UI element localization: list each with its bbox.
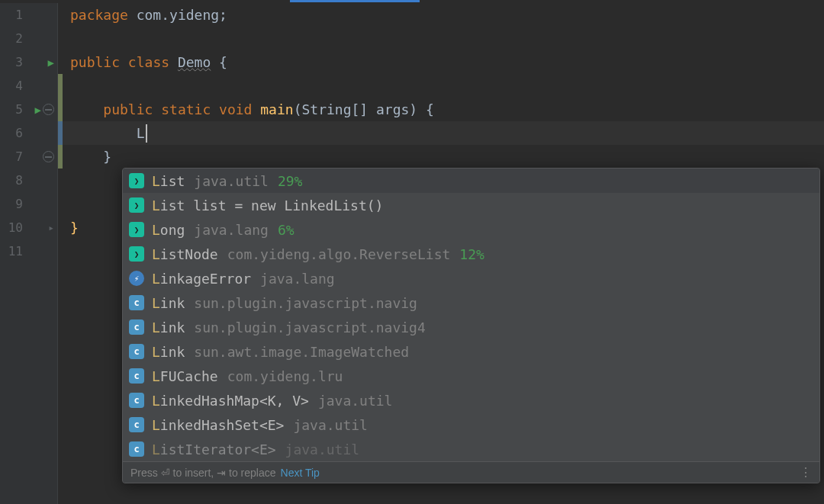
code-text: { [211,54,227,70]
completion-item[interactable]: ❯List list = new LinkedList() [123,193,819,217]
completion-label: List [152,173,185,189]
gutter-row[interactable]: 7 [0,145,57,169]
completion-package: com.yideng.algo.ReverseList [227,246,451,262]
typed-text: L [137,125,145,141]
line-number: 8 [0,173,23,188]
gutter-row[interactable]: 6 [0,121,57,145]
code-line[interactable]: public class Demo { [70,50,824,74]
suggestion-icon: ❯ [129,197,144,213]
line-number: 7 [0,149,23,164]
completion-package: sun.plugin.javascript.navig4 [194,319,425,335]
line-number: 3 [0,55,23,69]
gutter-row[interactable]: 2 [0,27,57,50]
class-icon: c [129,368,144,384]
line-number: 6 [0,126,23,140]
completion-label: ListNode [152,246,218,262]
indent [70,149,103,165]
completion-item[interactable]: cLinksun.plugin.javascript.navig [123,291,819,315]
completion-label: LFUCache [152,368,218,384]
class-icon: c [129,295,144,310]
code-line-current[interactable]: L [63,121,824,145]
completion-label: Link [152,295,185,311]
keyword: package [70,7,128,23]
completion-package: java.util [194,173,269,189]
gutter-row[interactable]: 8 [0,169,57,192]
completion-label: ListIterator<E> [152,441,276,457]
keyword: static [153,101,211,117]
class-icon: c [129,393,144,408]
completion-label: Long [152,222,185,238]
gutter-row[interactable]: 10▸ [0,216,57,239]
fold-icon[interactable] [43,104,54,115]
completion-relevance: 12% [459,246,484,262]
text-caret [146,124,147,143]
keyword: public [70,54,120,70]
suggestion-icon: ❯ [129,222,144,237]
completion-item[interactable]: ⚡LinkageErrorjava.lang [123,266,819,291]
gutter-icons [23,151,57,162]
code-line[interactable]: public static void main(String[] args) { [70,98,824,121]
keyword: void [211,101,260,117]
gutter-icons: ▸ [23,222,57,233]
completion-item[interactable]: cListIterator<E>java.util [123,437,819,461]
suggestion-icon: ❯ [129,173,144,188]
completion-item[interactable]: ❯Longjava.lang6% [123,217,819,242]
fold-icon[interactable]: ▸ [48,222,54,233]
popup-footer: Press ⏎ to insert, ⇥ to replace Next Tip… [123,461,819,483]
popup-hint: Press ⏎ to insert, ⇥ to replace [130,467,276,479]
line-number: 2 [0,31,23,46]
suggestion-icon: ❯ [129,246,144,262]
completion-package: java.util [318,393,393,409]
line-number: 5 [0,102,23,117]
active-tab-indicator [290,0,420,2]
line-number: 1 [0,8,23,22]
gutter-row[interactable]: 9 [0,192,57,216]
class-icon: c [129,319,144,335]
indent [70,125,137,141]
completion-item[interactable]: ❯ListNodecom.yideng.algo.ReverseList12% [123,242,819,266]
gutter-row[interactable]: 5▶ [0,98,57,121]
code-line[interactable]: package com.yideng; [70,3,824,27]
autocomplete-popup: ❯Listjava.util29%❯List list = new Linked… [122,168,820,483]
code-text: (String[] args) { [294,101,434,117]
completion-label: LinkageError [152,271,251,287]
class-icon: c [129,344,144,359]
run-icon[interactable]: ▶ [48,56,54,69]
editor-gutter[interactable]: 123▶45▶678910▸11 [0,3,58,504]
fold-icon[interactable] [43,151,54,162]
completion-package: java.util [293,417,368,433]
gutter-row[interactable]: 4 [0,74,57,98]
completion-relevance: 29% [278,173,303,189]
completion-item[interactable]: cLinksun.plugin.javascript.navig4 [123,315,819,339]
completion-package: java.lang [260,271,335,287]
code-line[interactable]: } [70,145,824,169]
completion-label: List list = new LinkedList() [152,197,383,213]
keyword: public [103,101,153,117]
completion-package: com.yideng.lru [227,368,343,384]
completion-item[interactable]: cLinksun.awt.image.ImageWatched [123,339,819,364]
brace: } [70,220,79,236]
completion-item[interactable]: cLinkedHashMap<K, V>java.util [123,388,819,413]
completion-item[interactable]: ❯Listjava.util29% [123,169,819,193]
class-icon: c [129,441,144,457]
code-text: com.yideng; [128,7,227,23]
class-icon: c [129,417,144,432]
completion-label: LinkedHashMap<K, V> [152,393,309,409]
brace: } [103,149,111,165]
gutter-icons: ▶ [23,104,57,116]
more-icon[interactable]: ⋮ [800,465,812,480]
gutter-row[interactable]: 11 [0,239,57,263]
method-name: main [260,101,293,117]
line-number: 11 [0,244,23,258]
run-icon[interactable]: ▶ [35,104,41,116]
completion-item[interactable]: cLinkedHashSet<E>java.util [123,413,819,437]
bolt-icon: ⚡ [129,271,144,286]
gutter-row[interactable]: 3▶ [0,50,57,74]
completion-item[interactable]: cLFUCachecom.yideng.lru [123,364,819,388]
completion-package: java.lang [194,222,269,238]
class-name: Demo [178,54,211,70]
next-tip-link[interactable]: Next Tip [281,467,320,479]
line-number: 9 [0,197,23,211]
gutter-row[interactable]: 1 [0,3,57,27]
completion-label: Link [152,319,185,335]
